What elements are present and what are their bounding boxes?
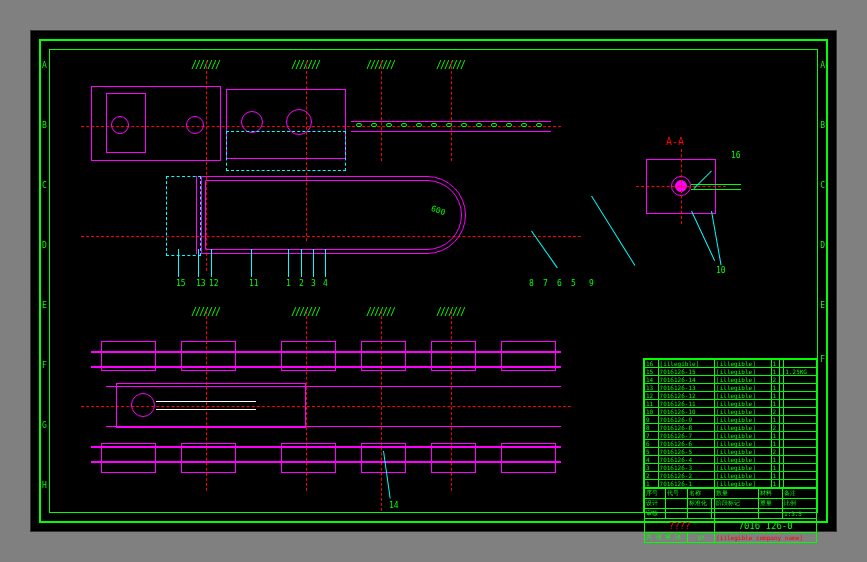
bom-cell: [illegible]: [715, 384, 772, 392]
bom-cell: 7016126-8: [658, 424, 715, 432]
tf: 1:3.5: [782, 509, 816, 519]
ground-hatch: ///////: [436, 59, 476, 70]
carriage: [281, 443, 336, 473]
bom-cell: [784, 464, 817, 472]
balloon: 10: [716, 266, 726, 275]
bom-cell: 15: [645, 368, 659, 376]
zone-row: C: [42, 181, 47, 190]
bom-hdr: 备注: [782, 489, 816, 499]
bom-cell: [784, 408, 817, 416]
bom-cell: 1: [771, 464, 780, 472]
bom-cell: [illegible]: [715, 400, 772, 408]
bom-cell: 2: [771, 424, 780, 432]
bom-cell: [784, 440, 817, 448]
balloon: 4: [323, 279, 328, 288]
chain-rail: [351, 121, 551, 122]
zone-row: G: [42, 421, 47, 430]
bom-cell: 1: [771, 400, 780, 408]
carriage: [101, 341, 156, 371]
bom-cell: 8: [645, 424, 659, 432]
bom-cell: [illegible]: [715, 448, 772, 456]
chain-link: [356, 123, 362, 127]
bom-cell: 7016126-2: [658, 472, 715, 480]
chain-link: [401, 123, 407, 127]
bom-hdr: 材料: [758, 489, 782, 499]
bom-hdr: 名称: [687, 489, 714, 499]
bom-cell: 11: [645, 400, 659, 408]
bom-cell: [784, 392, 817, 400]
bom-cell: [illegible]: [715, 456, 772, 464]
bom-cell: [784, 416, 817, 424]
bom-cell: 2: [771, 448, 780, 456]
balloon: 16: [731, 151, 741, 160]
bom-cell: [illegible]: [715, 360, 772, 368]
balloon: 12: [209, 279, 219, 288]
bom-cell: 7016126-5: [658, 448, 715, 456]
carriage: [501, 341, 556, 371]
tf: 审核: [645, 509, 666, 519]
carriage: [361, 341, 406, 371]
ground-hatch: ///////: [436, 306, 476, 317]
cad-viewport: A B C D E F G H A B C D E F /////// ////…: [0, 0, 867, 562]
bom-cell: [illegible]: [715, 480, 772, 488]
bom-cell: [784, 376, 817, 384]
bom-cell: 12: [645, 392, 659, 400]
drawing-canvas[interactable]: A B C D E F G H A B C D E F /////// ////…: [30, 30, 837, 532]
link-arm: [156, 401, 256, 402]
zone-row: A: [820, 61, 825, 70]
bom-cell: 1: [771, 456, 780, 464]
balloon: 7: [543, 279, 548, 288]
bom-cell: 4: [645, 456, 659, 464]
bom-cell: [784, 480, 817, 488]
chain-link: [446, 123, 452, 127]
chain-rail: [351, 131, 551, 132]
bom-cell: 1: [771, 480, 780, 488]
bom-cell: [illegible]: [715, 424, 772, 432]
bom-cell: [784, 432, 817, 440]
centerline: [636, 186, 726, 187]
balloon: 14: [389, 501, 399, 510]
leader-line: [313, 249, 314, 277]
bom-cell: 7016126-11: [658, 400, 715, 408]
zone-row: A: [42, 61, 47, 70]
gear: [241, 111, 263, 133]
balloon: 15: [176, 279, 186, 288]
bom-cell: [illegible]: [715, 464, 772, 472]
section-arm: [691, 189, 741, 190]
bore: [111, 116, 129, 134]
carriage: [501, 443, 556, 473]
zone-row: C: [820, 181, 825, 190]
bom-cell: [784, 456, 817, 464]
chain-link: [506, 123, 512, 127]
tf: 标准化: [687, 499, 711, 509]
tf: 共 张 第 张: [645, 533, 688, 543]
chain-link: [491, 123, 497, 127]
chain-link: [431, 123, 437, 127]
title-fields: 序号代号名称数量材料备注 设计标准化阶段标记重量比例 审核1:3.5 ????7…: [644, 488, 817, 543]
balloon: 13: [196, 279, 206, 288]
bom-hdr: 序号: [645, 489, 666, 499]
bom-cell: 1: [771, 384, 780, 392]
bom-cell: 1: [771, 472, 780, 480]
drawing-subtitle: 97: [687, 533, 714, 543]
bom-cell: 9: [645, 416, 659, 424]
ground-hatch: ///////: [191, 59, 231, 70]
carriage: [101, 443, 156, 473]
bom-cell: [illegible]: [658, 360, 715, 368]
bom-cell: [illegible]: [715, 368, 772, 376]
hidden-outline: [226, 131, 346, 171]
bom-cell: 7016126-6: [658, 440, 715, 448]
bom-cell: [illegible]: [715, 472, 772, 480]
leader-line: [301, 249, 302, 277]
leader-line: [325, 249, 326, 277]
pivot: [131, 393, 155, 417]
bore: [186, 116, 204, 134]
bom-cell: 10: [645, 408, 659, 416]
bom-cell: [illegible]: [715, 408, 772, 416]
company-name: [illegible company name]: [715, 533, 817, 543]
bom-cell: 7016126-3: [658, 464, 715, 472]
zone-row: B: [42, 121, 47, 130]
bom-cell: 16: [645, 360, 659, 368]
chain-link: [416, 123, 422, 127]
balloon: 8: [529, 279, 534, 288]
